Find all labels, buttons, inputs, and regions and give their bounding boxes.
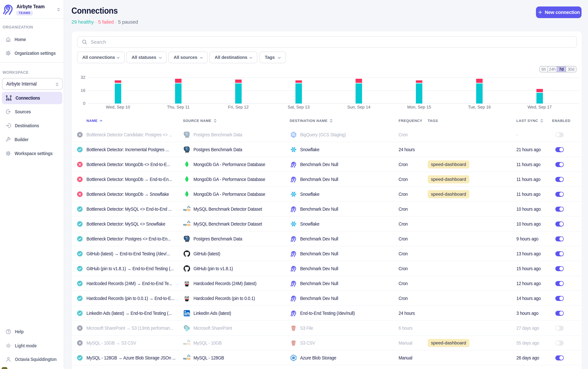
svg-text:SQL.: SQL.: [186, 342, 191, 345]
svg-text:S: S: [185, 326, 187, 329]
svg-text:01: 01: [293, 358, 295, 359]
svg-text:SQL.: SQL.: [186, 209, 191, 211]
svg-text:SQL.: SQL.: [186, 224, 191, 226]
svg-text:SQL.: SQL.: [186, 357, 191, 360]
